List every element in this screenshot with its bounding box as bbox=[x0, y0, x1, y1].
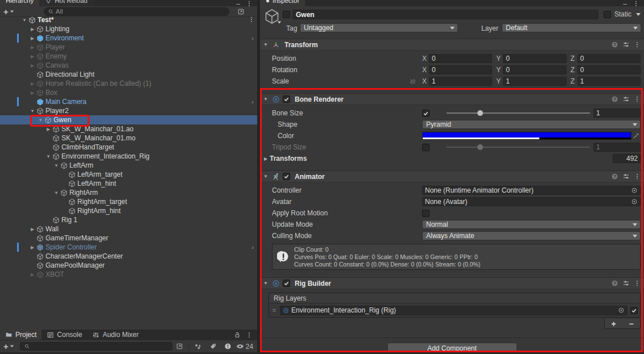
component-menu-icon[interactable] bbox=[634, 173, 641, 180]
project-search-input[interactable] bbox=[20, 342, 172, 351]
foldout-right-icon[interactable]: ▶ bbox=[28, 45, 36, 50]
alert-icon[interactable] bbox=[221, 341, 236, 352]
dropdown-update-mode[interactable]: Normal bbox=[422, 220, 641, 229]
gameobject-name-field[interactable] bbox=[292, 10, 598, 19]
component-header-rig-builder[interactable]: ▼Rig Builder? bbox=[260, 277, 644, 289]
hierarchy-item-charactermanagercenter[interactable]: CharacterManagerCenter bbox=[0, 252, 257, 261]
foldout-right-icon[interactable]: ▶ bbox=[28, 27, 36, 32]
foldout-right-icon[interactable]: ▶ bbox=[28, 90, 36, 95]
slider-value-field[interactable]: 1 bbox=[593, 143, 641, 152]
hierarchy-item-rightarm[interactable]: ▼RightArm bbox=[0, 188, 257, 197]
open-window-icon[interactable] bbox=[172, 341, 187, 352]
tab-project[interactable]: Project bbox=[0, 330, 42, 340]
position-y-field[interactable]: 0 bbox=[503, 54, 566, 63]
tab-inspector[interactable]: ● Inspector bbox=[260, 0, 305, 6]
scale-z-field[interactable]: 1 bbox=[577, 77, 641, 86]
foldout-down-icon[interactable]: ▼ bbox=[36, 118, 44, 123]
foldout-right-icon[interactable]: ▶ bbox=[28, 36, 36, 41]
presets-icon[interactable] bbox=[622, 41, 630, 48]
static-checkbox[interactable] bbox=[604, 11, 611, 18]
dropdown-culling-mode[interactable]: Always Animate bbox=[422, 231, 641, 240]
foldout-down-icon[interactable]: ▼ bbox=[52, 190, 60, 195]
component-header-animator[interactable]: ▼Animator? bbox=[260, 170, 644, 182]
help-icon[interactable]: ? bbox=[611, 280, 618, 287]
remove-rig-layer-button[interactable]: − bbox=[622, 319, 640, 328]
hidden-count-toggle[interactable]: 24 bbox=[236, 343, 253, 351]
scene-menu-icon[interactable] bbox=[248, 16, 255, 23]
layer-dropdown[interactable]: Default bbox=[502, 23, 641, 32]
foldout-right-icon[interactable]: ▶ bbox=[44, 127, 52, 132]
foldout-right-icon[interactable]: ▶ bbox=[28, 54, 36, 59]
help-icon[interactable]: ? bbox=[611, 173, 618, 180]
foldout-right-icon[interactable]: ▶ bbox=[28, 63, 36, 68]
scale-x-field[interactable]: 1 bbox=[429, 77, 492, 86]
hierarchy-item-leftarm[interactable]: ▼LeftArm bbox=[0, 161, 257, 170]
object-picker-icon[interactable] bbox=[631, 198, 638, 205]
tab-audio-mixer[interactable]: Audio Mixer bbox=[87, 330, 143, 340]
hierarchy-item-horse-realistic-can-be-called-1-[interactable]: ▶Horse Realistic (Can be Called) (1) bbox=[0, 79, 257, 88]
hierarchy-search-input[interactable]: All bbox=[44, 7, 229, 16]
component-header-bone-renderer[interactable]: ▼Bone Renderer? bbox=[260, 93, 644, 105]
hierarchy-item-gamepoolmanager[interactable]: GamePoolManager bbox=[0, 261, 257, 270]
link-off-icon[interactable] bbox=[409, 78, 416, 85]
prefab-open-chevron-icon[interactable]: › bbox=[251, 98, 254, 105]
foldout-right-icon[interactable]: ▶ bbox=[28, 227, 36, 232]
hierarchy-item-player[interactable]: ▶Player bbox=[0, 43, 257, 52]
hierarchy-item-leftarm-hint[interactable]: LeftArm_hint bbox=[0, 179, 257, 188]
filter-by-type-icon[interactable] bbox=[191, 341, 206, 352]
component-header-transform[interactable]: ▼Transform? bbox=[260, 39, 644, 51]
hierarchy-item-gwen[interactable]: ▼Gwen bbox=[0, 115, 257, 124]
presets-icon[interactable] bbox=[622, 280, 630, 287]
position-x-field[interactable]: 0 bbox=[429, 54, 492, 63]
prefab-open-chevron-icon[interactable]: › bbox=[251, 244, 254, 251]
slider-tripod-size[interactable] bbox=[447, 143, 590, 152]
bone-renderer-enabled-checkbox[interactable] bbox=[283, 95, 290, 103]
rotation-x-field[interactable]: 0 bbox=[429, 65, 492, 74]
minimize-icon[interactable]: – bbox=[623, 0, 627, 6]
tab-hierarchy[interactable]: Hierarchy bbox=[0, 0, 39, 6]
presets-icon[interactable] bbox=[622, 173, 630, 180]
foldout-down-icon[interactable]: ▼ bbox=[20, 18, 28, 23]
presets-icon[interactable] bbox=[622, 95, 630, 103]
hierarchy-item-xbot[interactable]: ▶XBOT bbox=[0, 270, 257, 279]
component-menu-icon[interactable] bbox=[634, 95, 641, 103]
foldout-down-icon[interactable]: ▼ bbox=[263, 281, 269, 286]
rotation-z-field[interactable]: 0 bbox=[577, 65, 641, 74]
panel-menu-icon[interactable] bbox=[246, 331, 253, 339]
tab-console[interactable]: Console bbox=[42, 330, 87, 340]
foldout-down-icon[interactable]: ▼ bbox=[263, 42, 269, 47]
hierarchy-item-main-camera[interactable]: Main Camera› bbox=[0, 97, 257, 106]
tab-hot-reload[interactable]: Hot Reload bbox=[39, 0, 93, 6]
animator-enabled-checkbox[interactable] bbox=[283, 173, 290, 180]
hierarchy-item-directional-light[interactable]: Directional Light bbox=[0, 70, 257, 79]
object-picker-icon[interactable] bbox=[618, 307, 625, 314]
hierarchy-item-environment[interactable]: ▶Environment› bbox=[0, 34, 257, 43]
foldout-down-icon[interactable]: ▼ bbox=[52, 163, 60, 168]
drag-handle-icon[interactable]: = bbox=[271, 307, 277, 314]
hierarchy-item-test-[interactable]: ▼Test* bbox=[0, 15, 257, 24]
add-rig-layer-button[interactable]: + bbox=[605, 319, 622, 328]
rig-layer-active-checkbox[interactable] bbox=[630, 307, 638, 314]
tripod-size-checkbox[interactable] bbox=[422, 144, 430, 151]
transforms-count-field[interactable]: 492 bbox=[613, 154, 641, 163]
rig-layer-object-field[interactable]: Environment_Interaction_Rig (Rig) bbox=[280, 306, 628, 315]
minimize-icon[interactable]: – bbox=[236, 0, 240, 6]
color-swatch[interactable] bbox=[422, 132, 631, 140]
dropdown-shape[interactable]: Pyramid bbox=[422, 120, 641, 129]
hierarchy-create-button[interactable]: + bbox=[0, 7, 18, 16]
hierarchy-item-sk-w-mainchar-01-mo[interactable]: SK_W_Mainchar_01.mo bbox=[0, 134, 257, 143]
slider-handle[interactable] bbox=[477, 144, 483, 150]
foldout-right-icon[interactable]: ▶ bbox=[28, 272, 36, 277]
prefab-open-chevron-icon[interactable]: › bbox=[251, 35, 254, 41]
panel-menu-icon[interactable] bbox=[246, 0, 253, 6]
hierarchy-item-rightarm-target[interactable]: RightArm_target bbox=[0, 197, 257, 206]
filter-by-label-icon[interactable] bbox=[206, 341, 221, 352]
hierarchy-item-enemy[interactable]: ▶Enemy bbox=[0, 52, 257, 61]
help-icon[interactable]: ? bbox=[611, 41, 618, 48]
help-icon[interactable]: ? bbox=[611, 95, 618, 103]
hierarchy-item-sk-w-mainchar-01-ao[interactable]: ▶SK_W_Mainchar_01.ao bbox=[0, 124, 257, 134]
foldout-down-icon[interactable]: ▼ bbox=[28, 109, 36, 114]
slider-handle[interactable] bbox=[477, 110, 483, 116]
hierarchy-item-player2[interactable]: ▼Player2 bbox=[0, 106, 257, 115]
panel-menu-icon[interactable] bbox=[633, 0, 639, 6]
